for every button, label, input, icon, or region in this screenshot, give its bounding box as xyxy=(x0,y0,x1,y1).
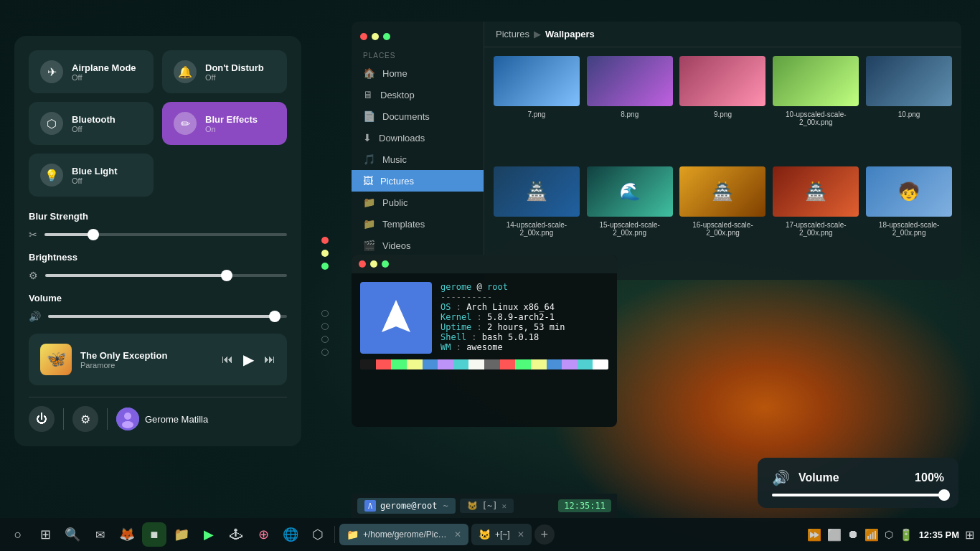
fm-templates-label: Templates xyxy=(382,219,425,230)
term-tab1-label: gerome@root xyxy=(380,501,437,511)
close-dot[interactable] xyxy=(360,33,367,40)
control-panel: ✈ Airplane Mode Off 🔔 Don't Disturb Off … xyxy=(14,36,301,446)
taskbar-terminal-icon[interactable]: ▶ xyxy=(197,522,221,547)
volume-widget-track[interactable] xyxy=(772,494,944,496)
taskbar-app2[interactable]: ⊕ xyxy=(251,522,275,547)
taskbar-bluetooth-sys[interactable]: ⬡ xyxy=(885,529,893,540)
taskbar-search[interactable]: 🔍 xyxy=(60,522,85,547)
term-min-btn[interactable] xyxy=(370,260,377,268)
file-item-4[interactable]: 10.png xyxy=(865,56,953,161)
file-item-2[interactable]: 9.png xyxy=(679,56,767,161)
sidebar-dot-yellow[interactable] xyxy=(321,250,329,257)
airplane-label: Airplane Mode xyxy=(72,62,136,73)
terminal-tab-1[interactable]: Λ gerome@root ~ xyxy=(357,498,456,514)
brightness-track[interactable] xyxy=(45,274,287,277)
left-sidebar-dots xyxy=(321,237,329,356)
fm-window-controls xyxy=(352,27,484,49)
file-item-3[interactable]: 10-upscaled-scale-2_00x.png xyxy=(772,56,859,161)
toggle-blue-light[interactable]: 💡 Blue Light Off xyxy=(29,154,154,197)
taskbar-app1[interactable]: ■ xyxy=(142,522,166,547)
taskbar-layout[interactable]: ⊞ xyxy=(965,528,974,542)
file-item-7[interactable]: 🏯 16-upscaled-scale-2_00x.png xyxy=(679,166,767,271)
taskbar-wifi[interactable]: 📶 xyxy=(864,528,879,542)
fm-item-music[interactable]: 🎵 Music xyxy=(352,149,484,170)
file-name-1: 8.png xyxy=(621,110,639,118)
taskbar-battery[interactable]: 🔋 xyxy=(899,528,913,542)
volume-track[interactable] xyxy=(48,315,287,318)
file-item-8[interactable]: 🏯 17-upscaled-scale-2_00x.png xyxy=(772,166,859,271)
term-close-btn[interactable] xyxy=(359,260,366,268)
uptime-value: 2 hours, 53 min xyxy=(487,322,565,332)
file-item-1[interactable]: 8.png xyxy=(586,56,674,161)
home-icon: 🏠 xyxy=(363,67,375,79)
taskbar-tab-terminal[interactable]: 🐱 +[~] ✕ xyxy=(471,524,532,545)
blur-strength-section: Blur Strength ✂ xyxy=(29,211,287,240)
breadcrumb-root[interactable]: Pictures xyxy=(496,29,529,39)
kernel-label: Kernel xyxy=(440,312,471,322)
play-button[interactable]: ▶ xyxy=(243,351,254,368)
term-max-btn[interactable] xyxy=(382,260,389,268)
taskbar-hex[interactable]: ⬡ xyxy=(306,522,330,547)
fm-item-downloads[interactable]: ⬇ Downloads xyxy=(352,127,484,149)
sidebar-dot-green[interactable] xyxy=(321,263,329,270)
music-artist: Paramore xyxy=(80,361,213,369)
sidebar-dot-empty4[interactable] xyxy=(321,349,329,356)
file-item-9[interactable]: 🧒 18-upscaled-scale-2_00x.png xyxy=(865,166,953,271)
fm-item-videos[interactable]: 🎬 Videos xyxy=(352,235,484,256)
volume-widget-label: Volume xyxy=(798,471,906,484)
taskbar-files[interactable]: 📁 xyxy=(169,522,194,547)
taskbar-game[interactable]: 🕹 xyxy=(224,522,248,547)
taskbar-tab-files[interactable]: 📁 +/home/gerome/Picture... ✕ xyxy=(339,524,468,545)
dont-disturb-status: Off xyxy=(205,73,264,82)
user-avatar xyxy=(116,408,139,430)
sidebar-dot-empty3[interactable] xyxy=(321,336,329,343)
taskbar-menu[interactable]: ○ xyxy=(6,522,30,547)
fm-section-title: Places xyxy=(352,49,484,62)
fm-item-home[interactable]: 🏠 Home xyxy=(352,62,484,84)
fm-item-templates[interactable]: 📁 Templates xyxy=(352,213,484,235)
terminal-tab-2[interactable]: 🐱 [~] ✕ xyxy=(460,499,514,513)
fm-item-public[interactable]: 📁 Public xyxy=(352,192,484,213)
arch-logo xyxy=(360,282,432,354)
taskbar-firefox[interactable]: 🦊 xyxy=(115,522,139,547)
svg-marker-3 xyxy=(382,300,410,332)
next-button[interactable]: ⏭ xyxy=(264,353,275,366)
tab-files-close[interactable]: ✕ xyxy=(454,529,461,540)
toggle-blur-effects[interactable]: ✏ Blur Effects On xyxy=(162,102,287,145)
toggle-airplane[interactable]: ✈ Airplane Mode Off xyxy=(29,50,154,93)
breadcrumb-current: Wallpapers xyxy=(545,29,595,39)
file-manager: Places 🏠 Home 🖥 Desktop 📄 Documents ⬇ Do… xyxy=(352,22,961,280)
file-item-0[interactable]: 7.png xyxy=(493,56,580,161)
fm-item-pictures[interactable]: 🖼 Pictures xyxy=(352,170,484,192)
taskbar-window[interactable]: ⬜ xyxy=(827,528,842,542)
power-button[interactable]: ⏻ xyxy=(29,406,55,432)
toggle-dont-disturb[interactable]: 🔔 Don't Disturb Off xyxy=(162,50,287,93)
tab-terminal-close[interactable]: ✕ xyxy=(517,529,524,540)
taskbar-record[interactable]: ⏺ xyxy=(847,528,859,541)
prev-button[interactable]: ⏮ xyxy=(222,353,233,366)
sidebar-dot-empty1[interactable] xyxy=(321,310,329,317)
blur-strength-track[interactable] xyxy=(44,233,287,236)
toggle-bluetooth[interactable]: ⬡ Bluetooth Off xyxy=(29,102,154,145)
dont-disturb-icon: 🔔 xyxy=(174,60,197,83)
taskbar-apps[interactable]: ⊞ xyxy=(33,522,57,547)
taskbar-email[interactable]: ✉ xyxy=(88,522,112,547)
taskbar-browser[interactable]: 🌐 xyxy=(278,522,303,547)
sidebar-dot-red[interactable] xyxy=(321,237,329,244)
settings-button[interactable]: ⚙ xyxy=(72,406,98,432)
minimize-dot[interactable] xyxy=(372,33,379,40)
term-tab2-close[interactable]: ✕ xyxy=(501,501,507,511)
file-thumb-2 xyxy=(679,56,765,106)
taskbar-add-tab[interactable]: + xyxy=(534,524,555,545)
volume-icon: 🔊 xyxy=(29,311,41,322)
album-art: 🦋 xyxy=(40,344,72,375)
terminal-window: gerome @ root ---------- OS : Arch Linux… xyxy=(352,255,617,427)
taskbar-forward[interactable]: ⏩ xyxy=(807,528,821,542)
maximize-dot[interactable] xyxy=(383,33,390,40)
fm-item-documents[interactable]: 📄 Documents xyxy=(352,105,484,127)
fm-item-desktop[interactable]: 🖥 Desktop xyxy=(352,84,484,105)
tab-files-label: +/home/gerome/Picture... xyxy=(363,529,447,540)
svg-point-1 xyxy=(124,413,131,420)
file-thumb-1 xyxy=(587,56,673,106)
sidebar-dot-empty2[interactable] xyxy=(321,323,329,330)
